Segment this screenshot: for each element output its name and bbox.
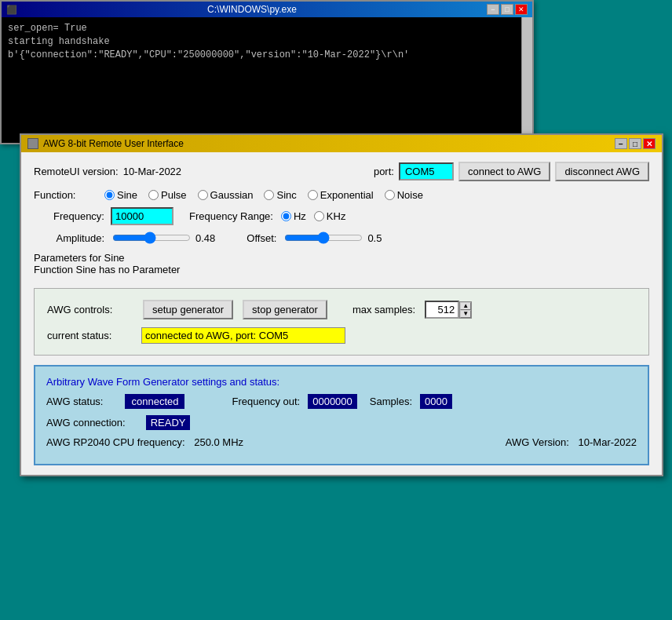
version-value: 10-Mar-2022: [123, 166, 181, 177]
radio-noise-input[interactable]: [385, 190, 395, 200]
terminal-window: ⬛ C:\WINDOWS\py.exe − □ ✕ ser_open= True…: [0, 0, 534, 144]
awg-content: RemoteUI version: 10-Mar-2022 port: conn…: [21, 152, 662, 475]
awg-window-controls: − □ ✕: [615, 138, 656, 149]
radio-pulse[interactable]: Pulse: [148, 189, 187, 201]
stop-generator-btn[interactable]: stop generator: [243, 300, 327, 319]
radio-hz-input[interactable]: [281, 211, 291, 221]
awg-window: AWG 8-bit Remote User Interface − □ ✕ Re…: [20, 133, 663, 476]
freq-range-label: Frequency Range:: [189, 210, 273, 222]
radio-noise[interactable]: Noise: [385, 189, 423, 201]
terminal-title: C:\WINDOWS\py.exe: [17, 4, 487, 15]
version-left: RemoteUI version: 10-Mar-2022: [34, 166, 181, 177]
terminal-maximize-btn[interactable]: □: [501, 4, 513, 15]
radio-khz-label: KHz: [327, 210, 346, 222]
version-right: port: connect to AWG disconnect AWG: [374, 162, 649, 181]
radio-pulse-label: Pulse: [161, 189, 187, 201]
awg-cpu-value: 250.0 MHz: [194, 436, 243, 448]
current-status-label: current status:: [47, 330, 133, 341]
version-label: RemoteUI version:: [34, 166, 119, 177]
radio-sine[interactable]: Sine: [104, 189, 137, 201]
disconnect-btn[interactable]: disconnect AWG: [555, 162, 649, 181]
radio-sine-label: Sine: [117, 189, 137, 201]
offset-label: Offset:: [247, 232, 276, 244]
radio-sinc-input[interactable]: [264, 190, 274, 200]
radio-sinc-label: Sinc: [276, 189, 296, 201]
awg-minimize-btn[interactable]: −: [615, 138, 627, 149]
amplitude-value: 0.48: [195, 232, 215, 244]
awg-maximize-btn[interactable]: □: [629, 138, 641, 149]
samples-label: Samples:: [370, 396, 412, 407]
amplitude-slider[interactable]: [112, 232, 191, 244]
terminal-line-2: starting handshake: [8, 35, 526, 49]
radio-exponential-input[interactable]: [308, 190, 318, 200]
radio-exponential[interactable]: Exponential: [308, 189, 374, 201]
offset-slider-container: 0.5: [284, 232, 382, 244]
max-samples-input[interactable]: [425, 301, 459, 319]
offset-slider[interactable]: [284, 232, 363, 244]
awg-cpu-label: AWG RP2040 CPU frequency:: [46, 436, 185, 448]
radio-gaussian-input[interactable]: [198, 190, 208, 200]
frequency-input[interactable]: [111, 207, 173, 225]
setup-generator-btn[interactable]: setup generator: [143, 300, 233, 319]
terminal-icon: ⬛: [6, 5, 17, 14]
terminal-minimize-btn[interactable]: −: [487, 4, 499, 15]
current-status-row: current status:: [47, 327, 636, 344]
awg-status-section: Arbitrary Wave Form Generator settings a…: [34, 365, 649, 465]
radio-hz-label: Hz: [294, 210, 306, 222]
awg-version-value: 10-Mar-2022: [579, 436, 637, 448]
parameters-section: Parameters for Sine Function Sine has no…: [34, 252, 649, 275]
awg-titlebar-left: AWG 8-bit Remote User Interface: [27, 138, 184, 149]
freq-out-value: 0000000: [308, 394, 357, 409]
radio-gaussian-label: Gaussian: [210, 189, 254, 201]
radio-khz[interactable]: KHz: [314, 210, 346, 222]
awg-title: AWG 8-bit Remote User Interface: [43, 138, 184, 149]
spinner-down-btn[interactable]: ▼: [460, 310, 471, 318]
freq-left: Frequency:: [34, 207, 173, 225]
radio-sinc[interactable]: Sinc: [264, 189, 296, 201]
awg-settings-title: Arbitrary Wave Form Generator settings a…: [46, 376, 637, 388]
port-input[interactable]: [399, 162, 454, 181]
awg-close-btn[interactable]: ✕: [643, 138, 656, 149]
terminal-line-3: b'{"connection":"READY","CPU":"250000000…: [8, 49, 526, 62]
terminal-scrollbar[interactable]: [521, 17, 532, 143]
awg-version-right: AWG Version: 10-Mar-2022: [506, 436, 637, 448]
awg-app-icon: [27, 138, 38, 149]
awg-status-info-row: AWG status: connected Frequency out: 000…: [46, 394, 637, 409]
radio-khz-input[interactable]: [314, 211, 324, 221]
function-label: Function:: [34, 189, 104, 201]
amplitude-offset-row: Amplitude: 0.48 Offset: 0.5: [34, 232, 649, 244]
awg-controls-label: AWG controls:: [47, 304, 133, 315]
current-status-input[interactable]: [141, 327, 345, 344]
radio-exponential-label: Exponential: [320, 189, 374, 201]
params-line1: Parameters for Sine: [34, 252, 649, 264]
awg-connection-value: READY: [146, 415, 191, 430]
radio-noise-label: Noise: [397, 189, 423, 201]
frequency-row: Frequency: Frequency Range: Hz KHz: [34, 207, 649, 225]
freq-out-label: Frequency out:: [232, 396, 300, 407]
radio-hz[interactable]: Hz: [281, 210, 306, 222]
radio-gaussian[interactable]: Gaussian: [198, 189, 254, 201]
radio-sine-input[interactable]: [104, 190, 115, 200]
params-line2: Function Sine has no Parameter: [34, 264, 649, 275]
freq-right: Frequency Range: Hz KHz: [189, 210, 345, 222]
max-samples-spinner: ▲ ▼: [425, 301, 472, 319]
function-row: Function: Sine Pulse Gaussian Sinc: [34, 189, 649, 201]
awg-settings-title-text: Arbitrary Wave Form Generator settings a…: [46, 376, 279, 388]
awg-status-label: AWG status:: [46, 396, 103, 407]
connect-btn[interactable]: connect to AWG: [458, 162, 550, 181]
amplitude-slider-container: 0.48: [112, 232, 215, 244]
terminal-titlebar-left: ⬛: [6, 4, 17, 15]
awg-version-label: AWG Version:: [506, 436, 569, 448]
terminal-titlebar: ⬛ C:\WINDOWS\py.exe − □ ✕: [2, 2, 532, 17]
terminal-close-btn[interactable]: ✕: [515, 4, 528, 15]
radio-pulse-input[interactable]: [148, 190, 159, 200]
awg-cpu-row: AWG RP2040 CPU frequency: 250.0 MHz AWG …: [46, 436, 637, 448]
awg-titlebar: AWG 8-bit Remote User Interface − □ ✕: [21, 135, 662, 152]
function-radio-group: Sine Pulse Gaussian Sinc Exponential: [104, 189, 423, 201]
awg-cpu-left: AWG RP2040 CPU frequency: 250.0 MHz: [46, 436, 243, 448]
offset-value: 0.5: [367, 232, 382, 244]
amplitude-label: Amplitude:: [34, 232, 104, 244]
awg-controls-section: AWG controls: setup generator stop gener…: [34, 288, 649, 356]
spinner-up-btn[interactable]: ▲: [460, 302, 471, 310]
terminal-controls: − □ ✕: [487, 4, 528, 15]
